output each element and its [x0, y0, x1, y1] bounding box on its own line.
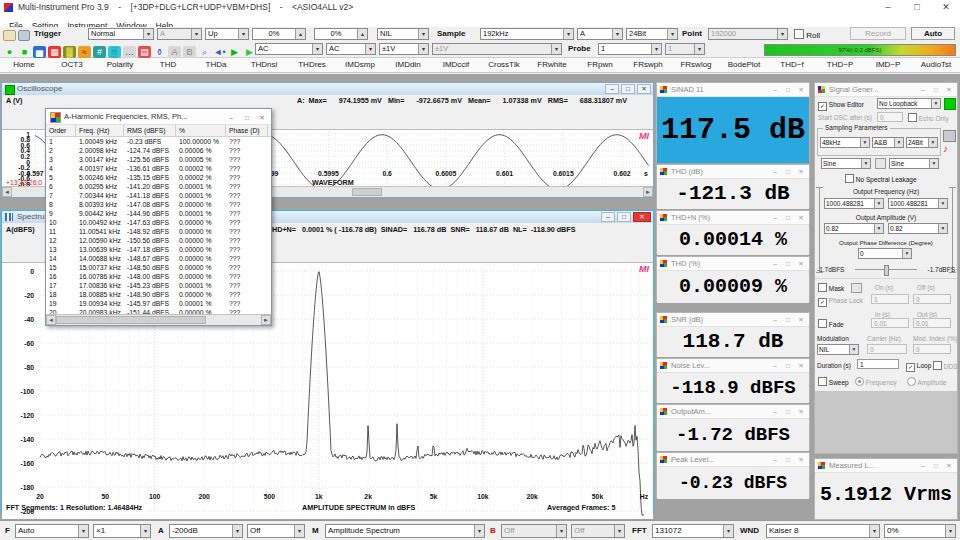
- coupling-b-select[interactable]: AC▾: [326, 43, 376, 55]
- tab-polarity[interactable]: Polarity: [96, 58, 144, 72]
- show-editor-checkbox[interactable]: ✓ Show Editor: [818, 100, 864, 111]
- fft-size-select[interactable]: 131072▾: [652, 524, 734, 538]
- amplitude-b-select[interactable]: 0.82▾: [888, 223, 948, 234]
- dds-checkbox[interactable]: DDS: [933, 361, 958, 371]
- maximize-icon[interactable]: □: [617, 212, 631, 222]
- tab-frswlog[interactable]: FRswlog: [672, 58, 720, 72]
- trigger-source-select[interactable]: A▾: [157, 28, 202, 40]
- minimize-icon[interactable]: –: [225, 110, 237, 125]
- spectrum-3d-icon[interactable]: ▓: [63, 46, 76, 58]
- table-row[interactable]: 55.00246 kHz-135.15 dBFS0.00002 %???: [46, 173, 271, 182]
- table-row[interactable]: 88.00393 kHz-147.08 dBFS0.00000 %???: [46, 200, 271, 209]
- settings-icon[interactable]: ⌕: [198, 46, 211, 58]
- probe-b-icon[interactable]: B: [183, 46, 196, 58]
- minimize-icon[interactable]: –: [601, 212, 615, 222]
- sweep-frequency-radio[interactable]: Frequency: [855, 377, 897, 387]
- loop-checkbox[interactable]: ✓ Loop: [906, 361, 931, 372]
- fade-in-field[interactable]: 0.01: [871, 318, 909, 328]
- minimize-icon[interactable]: –: [917, 459, 929, 472]
- close-icon[interactable]: ✕: [795, 165, 807, 178]
- tab-crosstlk[interactable]: CrossTlk: [480, 58, 528, 72]
- maximize-icon[interactable]: □: [782, 83, 794, 96]
- trigger-mode-select[interactable]: Normal▾: [88, 28, 154, 40]
- maximize-icon[interactable]: □: [782, 359, 794, 372]
- frequency-b-select[interactable]: 1000.488281▾: [888, 198, 948, 209]
- close-icon[interactable]: ✕: [795, 211, 807, 224]
- calibration-icon[interactable]: ⚱: [153, 46, 166, 58]
- meter-titlebar[interactable]: SINAD 11–□✕: [657, 83, 809, 97]
- carrier-field[interactable]: 0: [867, 344, 907, 354]
- close-icon[interactable]: ✕: [795, 257, 807, 270]
- minimize-icon[interactable]: –: [769, 165, 781, 178]
- probe-a-icon[interactable]: A: [168, 46, 181, 58]
- close-icon[interactable]: ✕: [943, 83, 955, 96]
- music-note-icon[interactable]: ♪: [943, 144, 948, 154]
- close-icon[interactable]: ✕: [795, 359, 807, 372]
- meter-titlebar[interactable]: Peak Level...–□✕: [657, 453, 809, 467]
- close-icon[interactable]: ✕: [637, 84, 651, 94]
- mask-on-field[interactable]: 1: [871, 294, 909, 304]
- maximize-icon[interactable]: □: [782, 313, 794, 326]
- minimize-icon[interactable]: –: [769, 313, 781, 326]
- tab-thd[interactable]: THD: [144, 58, 192, 72]
- minimize-icon[interactable]: –: [769, 359, 781, 372]
- save-signal-icon[interactable]: [943, 130, 956, 142]
- close-icon[interactable]: ✕: [633, 212, 651, 222]
- gen-channels-select[interactable]: A&B▾: [872, 137, 904, 148]
- table-row[interactable]: 1616.00786 kHz-148.00 dBFS0.00000 %???: [46, 272, 271, 281]
- maximize-icon[interactable]: □: [241, 110, 253, 125]
- tab-imdccif[interactable]: IMDccif: [432, 58, 480, 72]
- close-icon[interactable]: ✕: [256, 110, 268, 125]
- table-row[interactable]: 11.00049 kHz-0.23 dBFS100.00000 %???: [46, 137, 271, 146]
- amplitude-slider-b[interactable]: [949, 187, 956, 273]
- probe-b-select[interactable]: 1▾: [665, 43, 705, 55]
- waveform-b-select[interactable]: Sine▾: [889, 158, 939, 169]
- oscilloscope-titlebar[interactable]: Oscilloscope – □ ✕: [2, 83, 653, 95]
- table-row[interactable]: 1212.00590 kHz-150.56 dBFS0.00000 %???: [46, 236, 271, 245]
- scroll-right-icon[interactable]: ►: [261, 315, 271, 325]
- play-icon[interactable]: ▶: [228, 46, 241, 58]
- tab-frwhite[interactable]: FRwhite: [528, 58, 576, 72]
- measured-level-titlebar[interactable]: Measured L... – □ ✕: [815, 459, 957, 473]
- maximize-icon[interactable]: □: [930, 459, 942, 472]
- waveform-a-select[interactable]: Sine▾: [821, 158, 871, 169]
- tab-bodeplot[interactable]: BodePlot: [720, 58, 768, 72]
- loopback-select[interactable]: No Loopback▾: [877, 98, 941, 109]
- meter-titlebar[interactable]: THD (%)–□✕: [657, 257, 809, 271]
- table-row[interactable]: 1818.00885 kHz-148.90 dBFS0.00000 %???: [46, 290, 271, 299]
- table-row[interactable]: 22.00098 kHz-124.74 dBFS0.00006 %???: [46, 146, 271, 155]
- close-icon[interactable]: ✕: [795, 405, 807, 418]
- scroll-left-icon[interactable]: ◄: [46, 315, 56, 325]
- run-icon[interactable]: ●: [3, 46, 16, 58]
- mask-checkbox[interactable]: Mask: [818, 283, 844, 293]
- sweep-checkbox[interactable]: Sweep: [818, 377, 849, 387]
- fade-checkbox[interactable]: Fade: [818, 319, 844, 329]
- meter-titlebar[interactable]: OutputAm...–□✕: [657, 405, 809, 419]
- no-spectral-leakage-checkbox[interactable]: No Spectral Leakage: [845, 174, 917, 184]
- table-row[interactable]: 1010.00492 kHz-147.63 dBFS0.00000 %???: [46, 218, 271, 227]
- minimize-icon[interactable]: –: [769, 83, 781, 96]
- coupling-a-select[interactable]: AC▾: [255, 43, 323, 55]
- minimize-icon[interactable]: –: [874, 0, 902, 15]
- signal-generator-titlebar[interactable]: Signal Gener... – □ ✕: [815, 83, 957, 97]
- tab-home[interactable]: Home: [0, 58, 48, 72]
- close-icon[interactable]: ✕: [795, 313, 807, 326]
- meter-titlebar[interactable]: THD (dB)–□✕: [657, 165, 809, 179]
- gen-sample-rate-select[interactable]: 48kHz▾: [820, 137, 870, 148]
- derived-dp-icon[interactable]: ▤: [138, 46, 151, 58]
- table-row[interactable]: 1313.00639 kHz-147.18 dBFS0.00000 %???: [46, 245, 271, 254]
- spectrogram-icon[interactable]: ▒: [108, 46, 121, 58]
- tab-frswph[interactable]: FRswph: [624, 58, 672, 72]
- maximize-icon[interactable]: □: [782, 165, 794, 178]
- probe-a-select[interactable]: 1▾: [598, 43, 662, 55]
- table-row[interactable]: 77.00344 kHz-141.18 dBFS0.00001 %???: [46, 191, 271, 200]
- tab-thda[interactable]: THDa: [192, 58, 240, 72]
- amplitude-slider-a[interactable]: [816, 187, 823, 273]
- maximize-icon[interactable]: □: [621, 84, 635, 94]
- close-icon[interactable]: ✕: [795, 83, 807, 96]
- tab-thdres[interactable]: THDres: [288, 58, 336, 72]
- meter-titlebar[interactable]: Noise Lev...–□✕: [657, 359, 809, 373]
- maximize-icon[interactable]: □: [930, 83, 942, 96]
- close-icon[interactable]: ✕: [795, 453, 807, 466]
- tab-thd~f[interactable]: THD~f: [768, 58, 816, 72]
